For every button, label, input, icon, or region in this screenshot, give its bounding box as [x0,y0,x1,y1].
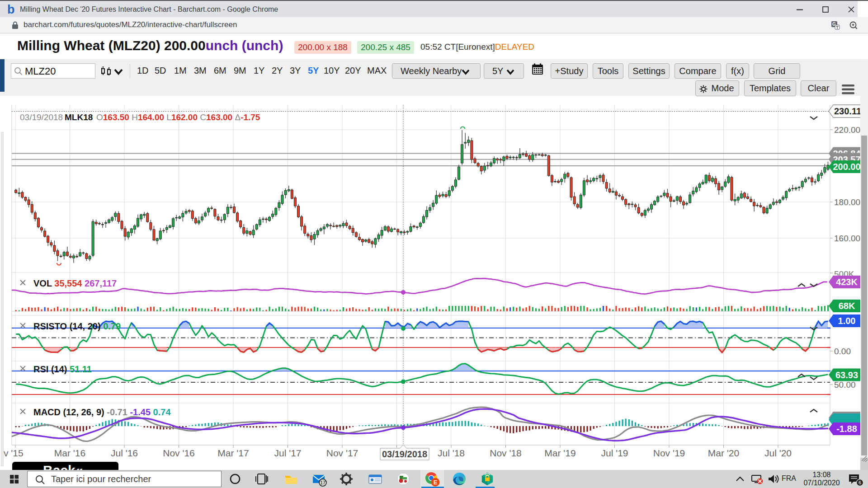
svg-text:180.00: 180.00 [834,197,860,207]
svg-text:68K: 68K [839,301,855,311]
svg-text:MACD (12, 26, 9) -0.71 -1.45 0: MACD (12, 26, 9) -0.71 -1.45 0.74 [33,407,171,417]
svg-text:0.00: 0.00 [834,347,851,356]
svg-text:160.00: 160.00 [834,234,860,243]
svg-text:Nov '16: Nov '16 [163,448,195,458]
svg-text:Jul '17: Jul '17 [274,448,301,458]
svg-text:03/19/2018: 03/19/2018 [20,113,63,122]
svg-text:Mar '17: Mar '17 [217,448,249,458]
svg-text:E: E [434,479,438,486]
svg-text:Nov '17: Nov '17 [326,448,359,458]
svg-text:Mar '19: Mar '19 [544,448,576,458]
svg-text:MLK18: MLK18 [65,113,93,122]
svg-text:O163.50 H164.00 L162.00 C16: O163.50 H164.00 L162.00 C163.00 Δ-1.75 [96,113,260,122]
svg-text:230.11: 230.11 [834,106,861,116]
svg-text:Jul '16: Jul '16 [111,448,138,458]
svg-text:6: 6 [859,480,861,485]
svg-text:63.93: 63.93 [835,370,858,380]
svg-text:Jul '20: Jul '20 [764,448,792,458]
svg-text:Mar '16: Mar '16 [54,448,85,458]
svg-text:RSI (14) 51.11: RSI (14) 51.11 [33,364,92,374]
svg-text:Nov '19: Nov '19 [653,448,685,458]
svg-text:v '15: v '15 [4,448,24,458]
svg-text:Jul '19: Jul '19 [601,448,628,458]
svg-text:200.00: 200.00 [833,162,860,172]
svg-text:1.00: 1.00 [838,316,856,326]
svg-text:RSISTO (14, 20) 0.79: RSISTO (14, 20) 0.79 [33,321,121,331]
svg-text:03/19/2018: 03/19/2018 [382,449,427,459]
svg-text:17: 17 [320,480,326,485]
svg-text:220.00: 220.00 [834,125,860,135]
svg-text:Nov '18: Nov '18 [490,448,522,458]
svg-text:50.00: 50.00 [834,380,856,389]
svg-text:Jul '18: Jul '18 [438,448,465,458]
svg-text:-1.88: -1.88 [836,424,857,434]
svg-text:423K: 423K [836,277,858,287]
svg-text:VOL 35,554 267,117: VOL 35,554 267,117 [33,278,117,288]
svg-text:Mar '20: Mar '20 [708,448,739,458]
